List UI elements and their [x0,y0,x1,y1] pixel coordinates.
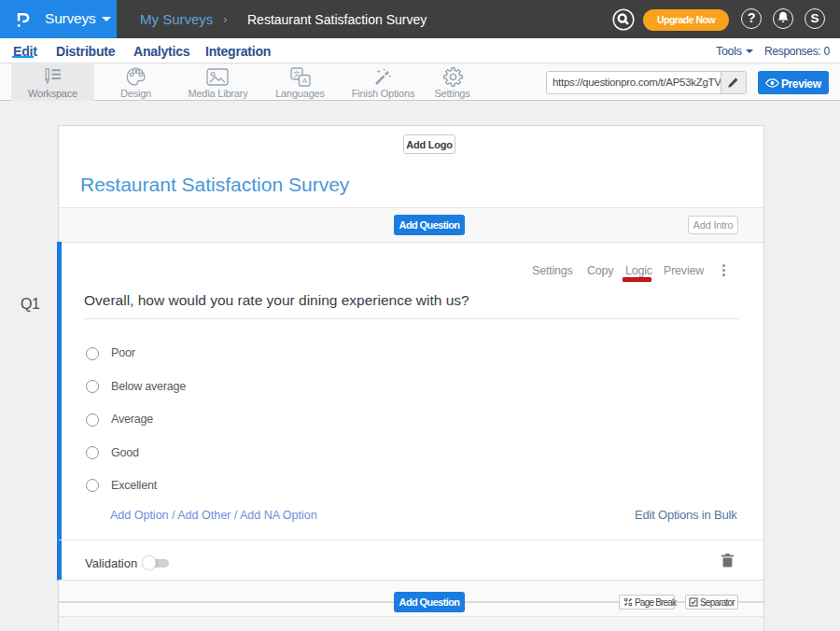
svg-text:A: A [302,77,308,85]
